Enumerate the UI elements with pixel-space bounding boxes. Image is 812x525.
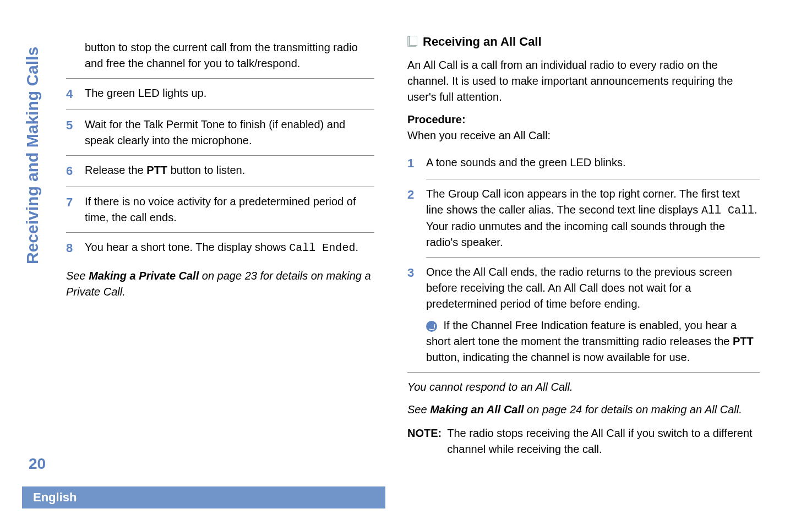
left-column: button to stop the current call from the… bbox=[66, 33, 374, 457]
rstep-1: 1 A tone sounds and the green LED blinks… bbox=[407, 150, 760, 177]
step-number: 2 bbox=[407, 186, 418, 250]
procedure-block: Procedure: When you receive an All Call: bbox=[407, 112, 760, 144]
text: The Group Call icon appears in the top r… bbox=[426, 188, 740, 216]
text: Release the bbox=[85, 164, 146, 176]
note-block: NOTE: The radio stops receiving the All … bbox=[407, 425, 760, 457]
step-body: If there is no voice activity for a pred… bbox=[85, 194, 374, 226]
step-body: Once the All Call ends, the radio return… bbox=[426, 264, 760, 365]
document-icon bbox=[407, 36, 417, 48]
heading-text: Receiving an All Call bbox=[423, 33, 542, 51]
text: . bbox=[355, 241, 358, 253]
page-number: 20 bbox=[29, 455, 46, 473]
step-number: 8 bbox=[66, 239, 77, 257]
step-8: 8 You hear a short tone. The display sho… bbox=[66, 235, 374, 261]
step-7: 7 If there is no voice activity for a pr… bbox=[66, 189, 374, 230]
note-label: NOTE: bbox=[407, 425, 442, 457]
note-body: The radio stops receiving the All Call i… bbox=[447, 425, 760, 457]
info-icon bbox=[426, 321, 437, 332]
text: button, indicating the channel is now av… bbox=[426, 351, 690, 363]
divider bbox=[426, 257, 760, 258]
reference-title: Making an All Call bbox=[430, 403, 524, 415]
intro-paragraph: An All Call is a call from an individual… bbox=[407, 57, 760, 105]
divider bbox=[66, 232, 374, 233]
reference-title: Making a Private Call bbox=[89, 270, 199, 282]
step-number: 6 bbox=[66, 162, 77, 180]
footer-language-bar: English bbox=[22, 486, 385, 508]
ptt-label: PTT bbox=[733, 335, 754, 347]
divider bbox=[407, 372, 760, 373]
step-body: You hear a short tone. The display shows… bbox=[85, 239, 374, 257]
section-heading: Receiving an All Call bbox=[407, 33, 760, 51]
display-text: Call Ended bbox=[289, 242, 355, 254]
cannot-respond: You cannot respond to an All Call. bbox=[407, 379, 760, 395]
text: See bbox=[66, 270, 89, 282]
step-number: 1 bbox=[407, 155, 418, 172]
text: If the Channel Free Indication feature i… bbox=[426, 319, 737, 347]
content-columns: button to stop the current call from the… bbox=[66, 33, 768, 457]
text: Once the All Call ends, the radio return… bbox=[426, 264, 760, 312]
divider bbox=[66, 155, 374, 156]
text: See bbox=[407, 403, 430, 415]
step-body: Release the PTT button to listen. bbox=[85, 162, 374, 180]
display-text: All Call bbox=[701, 204, 754, 217]
channel-free-note: If the Channel Free Indication feature i… bbox=[426, 318, 760, 365]
continued-paragraph: button to stop the current call from the… bbox=[85, 40, 374, 72]
step-number: 4 bbox=[66, 85, 77, 103]
step-number: 5 bbox=[66, 117, 77, 149]
footer-language: English bbox=[33, 490, 77, 505]
procedure-subtext: When you receive an All Call: bbox=[407, 128, 760, 144]
step-4: 4 The green LED lights up. bbox=[66, 81, 374, 107]
step-body: Wait for the Talk Permit Tone to finish … bbox=[85, 117, 374, 149]
divider bbox=[66, 110, 374, 110]
rstep-2: 2 The Group Call icon appears in the top… bbox=[407, 182, 760, 255]
svg-rect-1 bbox=[410, 36, 417, 46]
divider bbox=[426, 179, 760, 179]
rstep-3: 3 Once the All Call ends, the radio retu… bbox=[407, 260, 760, 370]
see-also: See Making a Private Call on page 23 for… bbox=[66, 268, 374, 300]
step-number: 7 bbox=[66, 194, 77, 226]
divider bbox=[66, 78, 374, 79]
step-body: The green LED lights up. bbox=[85, 85, 374, 103]
procedure-label: Procedure: bbox=[407, 112, 760, 128]
step-5: 5 Wait for the Talk Permit Tone to finis… bbox=[66, 112, 374, 153]
sidebar-section-title: Receiving and Making Calls bbox=[23, 47, 42, 264]
ptt-label: PTT bbox=[146, 164, 167, 176]
text: You hear a short tone. The display shows bbox=[85, 241, 289, 253]
see-also-right: See Making an All Call on page 24 for de… bbox=[407, 402, 760, 418]
step-number: 3 bbox=[407, 264, 418, 365]
page: Receiving and Making Calls 20 button to … bbox=[0, 0, 812, 525]
text: on page 24 for details on making an All … bbox=[524, 403, 742, 415]
step-body: A tone sounds and the green LED blinks. bbox=[426, 155, 760, 172]
divider bbox=[66, 187, 374, 187]
step-6: 6 Release the PTT button to listen. bbox=[66, 158, 374, 184]
right-column: Receiving an All Call An All Call is a c… bbox=[407, 33, 760, 457]
text: button to listen. bbox=[167, 164, 245, 176]
step-body: The Group Call icon appears in the top r… bbox=[426, 186, 760, 250]
